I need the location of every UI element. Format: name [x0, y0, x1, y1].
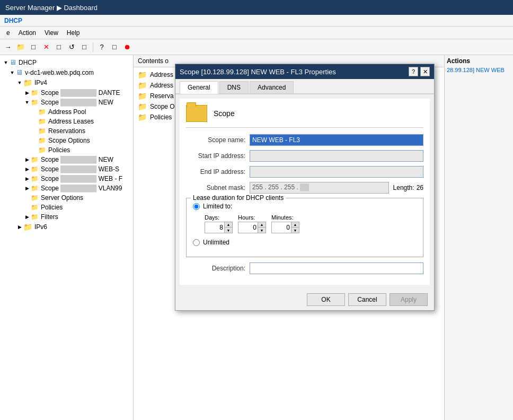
limited-label: Limited to:: [203, 203, 232, 210]
scope-name-row: Scope name:: [186, 134, 423, 146]
scope4-icon: 📁: [31, 165, 39, 173]
hours-input[interactable]: [238, 222, 258, 233]
toolbar-view[interactable]: □: [53, 41, 65, 53]
scope3-icon: 📁: [31, 156, 39, 163]
tree-scope4[interactable]: ▶ 📁 Scope ████████ WEB-S: [0, 164, 133, 174]
minutes-field: Minutes: ▲ ▼: [271, 214, 299, 233]
scope-new-icon: 📁: [31, 99, 39, 106]
hours-spinner: ▲ ▼: [238, 222, 266, 233]
policies2-icon: 📁: [31, 204, 39, 211]
address-pool-icon: 📁: [38, 108, 46, 116]
toolbar-sep: [93, 42, 93, 52]
left-panel: ▼ 🖥 DHCP ▼ 🖥 v-dc1-web.web.pdq.com ▼ 📁 I…: [0, 55, 134, 420]
ok-button[interactable]: OK: [307, 293, 345, 306]
days-down[interactable]: ▼: [225, 228, 232, 233]
days-input[interactable]: [205, 222, 224, 233]
hours-up[interactable]: ▲: [258, 222, 266, 228]
days-field: Days: ▲ ▼: [205, 214, 233, 233]
days-up[interactable]: ▲: [225, 222, 232, 228]
menu-e[interactable]: e: [2, 28, 14, 38]
tree-ipv6[interactable]: ▶ 📁 IPv6: [0, 222, 133, 232]
subnet-mask-value: 255 . 255 . 255 . ██: [250, 182, 389, 194]
menu-action[interactable]: Action: [14, 28, 40, 38]
description-row: Description:: [186, 262, 423, 274]
start-ip-label: Start IP address:: [186, 152, 250, 160]
end-ip-input[interactable]: [250, 166, 423, 178]
tree-address-leases[interactable]: 📁 Address Leases: [0, 117, 133, 126]
tree-scope-options[interactable]: 📁 Scope Options: [0, 136, 133, 145]
limited-radio[interactable]: [193, 203, 200, 210]
subnet-mask-row: Subnet mask: 255 . 255 . 255 . ██ Length…: [186, 182, 423, 194]
dhcp-label: DHCP: [0, 15, 513, 27]
cancel-button[interactable]: Cancel: [348, 293, 386, 306]
tree-scope-dante[interactable]: ▶ 📁 Scope ████████ DANTE: [0, 88, 133, 98]
ci-folder4: 📁: [138, 102, 147, 111]
limited-to-row: Limited to:: [193, 203, 417, 210]
title-bar: Server Manager ▶ Dashboard: [0, 0, 513, 15]
toolbar-export[interactable]: □: [78, 41, 90, 53]
toolbar: → 📁 □ ✕ □ ↺ □ ? □ ⏺: [0, 39, 513, 55]
toolbar-back[interactable]: →: [2, 41, 14, 53]
toolbar-item2[interactable]: □: [109, 41, 120, 53]
minutes-down[interactable]: ▼: [291, 228, 299, 233]
tree-server[interactable]: ▼ 🖥 v-dc1-web.web.pdq.com: [0, 67, 133, 77]
minutes-up[interactable]: ▲: [291, 222, 299, 228]
ci-folder2: 📁: [138, 81, 147, 90]
tree-address-pool[interactable]: 📁 Address Pool: [0, 107, 133, 117]
unlimited-radio[interactable]: [193, 239, 200, 246]
scope-dante-icon: 📁: [31, 89, 39, 97]
minutes-spinner: ▲ ▼: [271, 222, 299, 233]
toolbar-new[interactable]: □: [28, 41, 39, 53]
toolbar-delete[interactable]: ✕: [40, 41, 52, 53]
toolbar-folder[interactable]: 📁: [15, 41, 26, 53]
tree-scope6[interactable]: ▶ 📁 Scope ████████ VLAN99: [0, 183, 133, 193]
hours-field: Hours: ▲ ▼: [238, 214, 266, 233]
ci-folder5: 📁: [138, 113, 147, 121]
scope6-icon: 📁: [31, 185, 39, 192]
modal-help-button[interactable]: ?: [409, 67, 418, 76]
tab-advanced[interactable]: Advanced: [250, 81, 294, 93]
tree-reservations[interactable]: 📁 Reservations: [0, 126, 133, 136]
tab-dns[interactable]: DNS: [219, 81, 249, 93]
tree-dhcp-root[interactable]: ▼ 🖥 DHCP: [0, 57, 133, 67]
tree-policies[interactable]: 📁 Policies: [0, 145, 133, 155]
actions-header: Actions: [447, 57, 511, 65]
scope-options-icon: 📁: [38, 137, 46, 144]
right-panel: Actions 28.99.128] NEW WEB: [444, 55, 513, 420]
unlimited-row: Unlimited: [193, 239, 417, 246]
ci-folder1: 📁: [138, 71, 147, 79]
scope5-icon: 📁: [31, 175, 39, 182]
scope-name-input[interactable]: [250, 134, 423, 146]
unlimited-label: Unlimited: [203, 239, 229, 246]
tab-general[interactable]: General: [180, 81, 218, 94]
modal-title: Scope [10.128.99.128] NEW WEB - FL3 Prop…: [180, 68, 336, 76]
hours-down[interactable]: ▼: [258, 228, 266, 233]
dialog-footer: OK Cancel Apply: [175, 289, 434, 310]
days-label: Days:: [205, 214, 219, 221]
apply-button[interactable]: Apply: [390, 293, 428, 306]
tree-scope5[interactable]: ▶ 📁 Scope ████████ WEB - F: [0, 174, 133, 183]
tree-scope-new[interactable]: ▼ 📁 Scope ████████ NEW: [0, 98, 133, 107]
lease-legend: Lease duration for DHCP clients: [191, 194, 286, 202]
minutes-input[interactable]: [272, 222, 291, 233]
tree-ipv4[interactable]: ▼ 📁 IPv4: [0, 77, 133, 88]
menu-help[interactable]: Help: [63, 28, 84, 38]
description-input[interactable]: [250, 262, 423, 274]
length-value: 26: [417, 184, 423, 191]
server-options-icon: 📁: [31, 194, 39, 202]
tree-scope3[interactable]: ▶ 📁 Scope ████████ NEW: [0, 155, 133, 164]
subnet-mask-label: Subnet mask:: [186, 184, 250, 191]
menu-view[interactable]: View: [40, 28, 63, 38]
modal-close-button[interactable]: ✕: [420, 67, 430, 76]
end-ip-row: End IP address:: [186, 166, 423, 178]
tree-filters[interactable]: ▶ 📁 Filters: [0, 212, 133, 222]
tree-policies2[interactable]: 📁 Policies: [0, 203, 133, 212]
tree-server-options[interactable]: 📁 Server Options: [0, 193, 133, 203]
toolbar-refresh[interactable]: ↺: [66, 41, 77, 53]
server-icon: 🖥: [16, 68, 23, 76]
toolbar-record[interactable]: ⏺: [121, 41, 133, 53]
start-ip-input[interactable]: [250, 150, 423, 162]
scope-icon-label: Scope: [214, 109, 235, 118]
toolbar-help[interactable]: ?: [96, 41, 108, 53]
length-label: Length:: [393, 184, 414, 191]
